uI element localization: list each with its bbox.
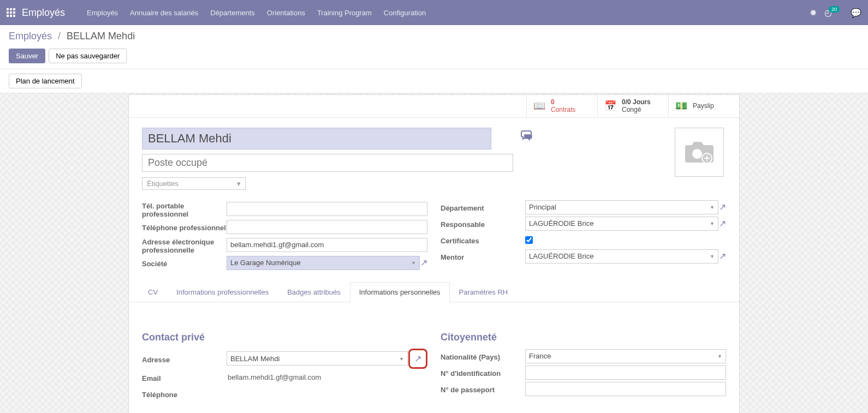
- svg-rect-8: [13, 15, 15, 17]
- svg-rect-0: [7, 8, 9, 10]
- svg-point-9: [692, 149, 702, 159]
- external-link-icon[interactable]: ↗: [408, 349, 427, 369]
- external-link-icon[interactable]: ↗: [420, 258, 427, 268]
- tab-personal-info[interactable]: Informations personnelles: [350, 282, 450, 302]
- external-link-icon[interactable]: ↗: [719, 202, 726, 212]
- section-citizenship: Citoyenneté: [441, 332, 726, 343]
- svg-rect-1: [10, 8, 12, 10]
- nationality-select[interactable]: [525, 349, 726, 363]
- breadcrumb-current: BELLAM Mehdi: [67, 31, 135, 41]
- svg-rect-2: [13, 8, 15, 10]
- menu-training[interactable]: Training Program: [317, 9, 372, 17]
- tab-bar: CV Informations professionnelles Badges …: [129, 282, 739, 302]
- tags-input[interactable]: Étiquettes ▾: [142, 177, 246, 190]
- menu-directory[interactable]: Annuaire des salariés: [130, 9, 198, 17]
- tab-pro-info[interactable]: Informations professionnelles: [167, 282, 278, 302]
- mentor-select[interactable]: [525, 249, 718, 264]
- external-link-icon[interactable]: ↗: [719, 218, 726, 229]
- work-phone-input[interactable]: [227, 220, 427, 234]
- work-mobile-input[interactable]: [227, 202, 427, 216]
- certificates-checkbox[interactable]: [525, 236, 533, 244]
- stat-leave[interactable]: 📅 0/0 JoursCongé: [597, 95, 668, 117]
- work-email-input[interactable]: [227, 238, 427, 252]
- menu-departments[interactable]: Départements: [210, 9, 255, 17]
- money-icon: 💵: [675, 100, 687, 112]
- breadcrumb: Employés / BELLAM Mehdi: [9, 31, 859, 42]
- avatar-upload[interactable]: [675, 128, 724, 177]
- external-link-icon[interactable]: ↗: [719, 251, 726, 261]
- main-menu: Employés Annuaire des salariés Départeme…: [87, 9, 810, 17]
- tab-cv[interactable]: CV: [139, 282, 167, 302]
- svg-rect-4: [10, 11, 12, 14]
- menu-employees[interactable]: Employés: [87, 9, 118, 17]
- messages-icon[interactable]: [521, 130, 534, 145]
- section-private-contact: Contact privé: [142, 332, 427, 343]
- manager-select[interactable]: [525, 217, 718, 231]
- breadcrumb-root[interactable]: Employés: [9, 31, 52, 41]
- discard-button[interactable]: Ne pas sauvegarder: [49, 49, 127, 63]
- apps-icon[interactable]: [7, 8, 15, 17]
- menu-orientations[interactable]: Orientations: [267, 9, 305, 17]
- company-select[interactable]: [227, 256, 420, 270]
- book-icon: 📖: [533, 100, 545, 112]
- svg-rect-7: [10, 15, 12, 17]
- private-email-value: bellam.mehdi1.gf@gmail.com: [227, 373, 321, 381]
- tab-hr-settings[interactable]: Paramètres RH: [450, 282, 518, 302]
- svg-rect-3: [7, 11, 9, 14]
- stat-contracts[interactable]: 📖 0Contrats: [526, 95, 597, 117]
- save-button[interactable]: Sauver: [9, 49, 45, 63]
- calendar-icon: 📅: [604, 100, 616, 112]
- svg-rect-6: [7, 15, 9, 17]
- id-number-input[interactable]: [525, 366, 726, 380]
- private-address-select[interactable]: [227, 351, 408, 366]
- svg-rect-5: [13, 11, 15, 14]
- bug-icon[interactable]: ✹: [810, 8, 817, 18]
- employee-name-input[interactable]: [142, 128, 491, 149]
- passport-number-input[interactable]: [525, 382, 726, 396]
- launch-plan-button[interactable]: Plan de lancement: [9, 74, 82, 88]
- tab-badges[interactable]: Badges attribués: [278, 282, 350, 302]
- top-navbar: Employés Employés Annuaire des salariés …: [0, 0, 868, 25]
- chat-icon[interactable]: 💬: [851, 8, 861, 18]
- chevron-down-icon: ▾: [237, 179, 241, 188]
- job-title-input[interactable]: [142, 154, 513, 172]
- activity-icon[interactable]: ◴20: [824, 8, 843, 18]
- form-sheet: 📖 0Contrats 📅 0/0 JoursCongé 💵 Payslip É…: [128, 94, 740, 413]
- stat-payslip[interactable]: 💵 Payslip: [668, 95, 739, 117]
- department-select[interactable]: [525, 200, 718, 214]
- menu-config[interactable]: Configuration: [384, 9, 426, 17]
- app-brand[interactable]: Employés: [22, 7, 65, 19]
